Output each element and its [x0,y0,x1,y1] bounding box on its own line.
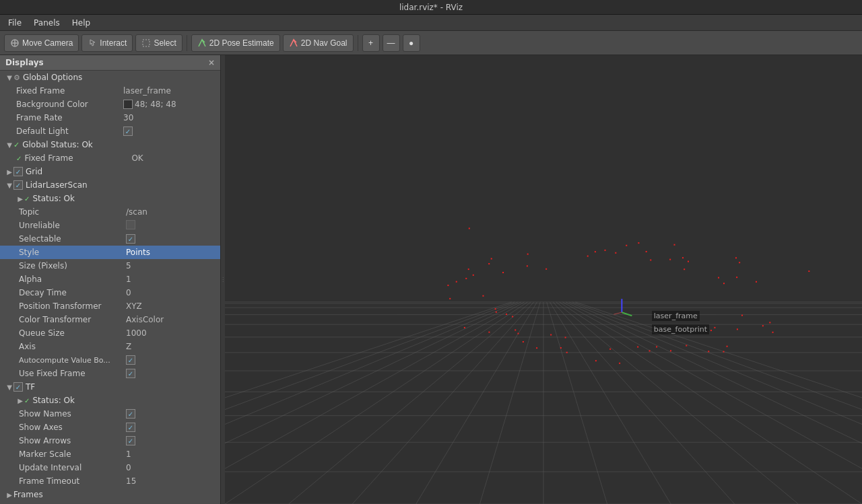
tree-panel[interactable]: ▼ ⚙ Global Options Fixed Frame laser_fra… [0,71,220,504]
nav-goal-button[interactable]: 2D Nav Goal [283,34,354,52]
extra-btn-3[interactable]: ● [403,34,420,52]
show-axes-check[interactable] [126,423,135,432]
bg-color-value[interactable]: 48; 48; 48 [121,100,176,110]
fixed-frame-row[interactable]: Fixed Frame laser_frame [0,84,220,98]
update-interval-value[interactable]: 0 [123,463,131,472]
displays-header: Displays × [0,55,220,71]
use-fixed-frame-check[interactable] [126,369,135,378]
size-pixels-row[interactable]: Size (Pixels) 5 [0,259,220,273]
grid-arrow[interactable]: ▶ [5,168,13,176]
update-interval-row[interactable]: Update Interval 0 [0,461,220,474]
show-arrows-check[interactable] [126,436,135,445]
global-options-row[interactable]: ▼ ⚙ Global Options [0,71,220,84]
lidar-status-row[interactable]: ▶ ✓ Status: Ok [0,192,220,205]
grid-row[interactable]: ▶ Grid [0,165,220,178]
menu-file[interactable]: File [3,17,27,29]
bg-color-swatch [123,100,133,109]
toolbar: Move Camera Interact Select 2D Pose Esti… [0,31,862,55]
queue-size-row[interactable]: Queue Size 1000 [0,326,220,340]
select-button[interactable]: Select [135,34,182,52]
tf-row[interactable]: ▼ TF [0,380,220,394]
lidar-laser-scan-row[interactable]: ▼ LidarLaserScan [0,178,220,192]
default-light-row[interactable]: Default Light [0,124,220,138]
frame-rate-value[interactable]: 30 [121,113,133,122]
toolbar-sep-2 [358,35,358,51]
use-fixed-frame-row[interactable]: Use Fixed Frame [0,367,220,380]
queue-size-value[interactable]: 1000 [123,328,147,338]
move-camera-button[interactable]: Move Camera [4,34,79,52]
tf-status-arrow[interactable]: ▶ [16,397,24,404]
lidar-status-arrow[interactable]: ▶ [16,195,24,203]
style-value[interactable]: Points [123,248,150,257]
show-names-row[interactable]: Show Names [0,407,220,421]
frame-timeout-value[interactable]: 15 [123,476,136,486]
position-transformer-row[interactable]: Position Transformer XYZ [0,299,220,313]
show-axes-checkbox[interactable] [123,423,138,433]
use-fixed-frame-checkbox[interactable] [123,369,138,379]
topic-value[interactable]: /scan [123,207,147,217]
menu-panels[interactable]: Panels [28,17,65,29]
interact-label: Interact [100,38,127,48]
lidar-enabled[interactable] [13,180,23,190]
selectable-checkbox[interactable] [123,234,138,244]
grid-enabled[interactable] [13,167,23,176]
size-pixels-value[interactable]: 5 [123,261,131,271]
ok-icon: ✓ [16,155,22,162]
tf-arrow[interactable]: ▼ [5,384,13,391]
background-color-row[interactable]: Background Color 48; 48; 48 [0,98,220,111]
marker-scale-key: Marker Scale [19,449,123,459]
topic-row[interactable]: Topic /scan [0,205,220,219]
global-status-arrow[interactable]: ▼ [5,141,13,149]
displays-close-button[interactable]: × [208,58,215,67]
global-options-arrow[interactable]: ▼ [5,74,13,81]
lidar-label: LidarLaserScan [26,180,218,190]
show-names-checkbox[interactable] [123,409,138,419]
menu-help[interactable]: Help [67,17,96,29]
fixed-frame-ok-key: Fixed Frame [24,153,129,163]
tf-enabled[interactable] [13,382,23,392]
autocompute-check[interactable] [126,355,135,365]
axis-row[interactable]: Axis Z [0,340,220,353]
frames-row[interactable]: ▶ Frames [0,488,220,501]
tf-status-row[interactable]: ▶ ✓ Status: Ok [0,394,220,407]
axis-value[interactable]: Z [123,342,131,351]
position-transformer-value[interactable]: XYZ [123,301,142,311]
color-transformer-row[interactable]: Color Transformer AxisColor [0,313,220,326]
unreliable-checkbox[interactable] [123,220,138,231]
color-transformer-value[interactable]: AxisColor [123,315,164,324]
extra-btn-2[interactable]: — [383,34,400,52]
marker-scale-value[interactable]: 1 [123,449,131,459]
fixed-frame-value[interactable]: laser_frame [121,86,171,96]
decay-time-value[interactable]: 0 [123,288,131,297]
unreliable-row[interactable]: Unreliable [0,219,220,232]
alpha-value[interactable]: 1 [123,275,131,284]
global-status-row[interactable]: ▼ ✓ Global Status: Ok [0,138,220,151]
unreliable-check[interactable] [126,220,135,229]
autocompute-row[interactable]: Autocompute Value Bo... [0,353,220,367]
frames-arrow[interactable]: ▶ [5,491,13,499]
tree-item-row[interactable]: ▶ Tree [0,501,220,504]
viewport[interactable]: laser_frame base_footprint [225,55,862,504]
show-arrows-row[interactable]: Show Arrows [0,434,220,447]
default-light-checkbox[interactable] [121,127,135,137]
pose-estimate-label: 2D Pose Estimate [209,38,274,48]
marker-scale-row[interactable]: Marker Scale 1 [0,447,220,461]
style-row[interactable]: Style Points [0,246,220,259]
show-arrows-checkbox[interactable] [123,436,138,446]
autocompute-key: Autocompute Value Bo... [19,356,123,365]
default-light-check[interactable] [123,127,133,136]
pose-estimate-button[interactable]: 2D Pose Estimate [191,34,280,52]
show-axes-row[interactable]: Show Axes [0,421,220,434]
fixed-frame-ok-row[interactable]: ✓ Fixed Frame OK [0,151,220,165]
frame-rate-row[interactable]: Frame Rate 30 [0,111,220,124]
extra-btn-1[interactable]: + [362,34,380,52]
interact-button[interactable]: Interact [81,34,133,52]
selectable-row[interactable]: Selectable [0,232,220,246]
frame-timeout-row[interactable]: Frame Timeout 15 [0,474,220,488]
alpha-row[interactable]: Alpha 1 [0,273,220,286]
autocompute-checkbox[interactable] [123,355,138,365]
selectable-check[interactable] [126,234,135,244]
show-names-check[interactable] [126,409,135,419]
decay-time-row[interactable]: Decay Time 0 [0,286,220,299]
lidar-arrow[interactable]: ▼ [5,182,13,189]
